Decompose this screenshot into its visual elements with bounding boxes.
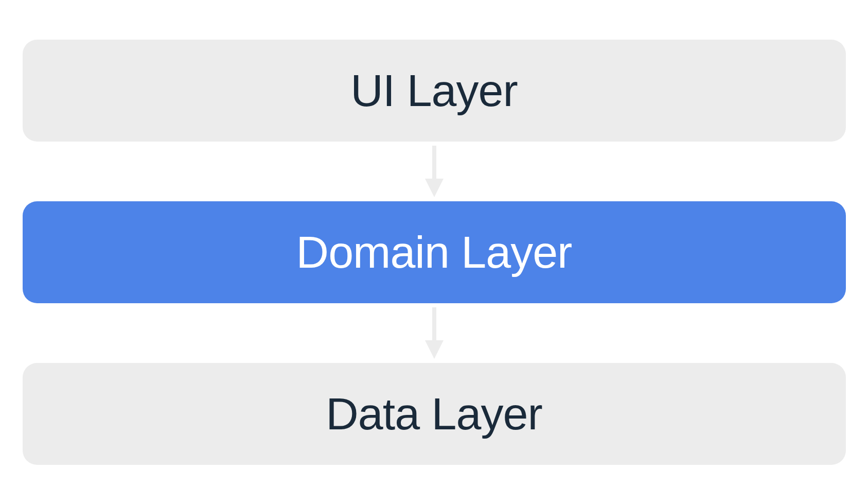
svg-marker-1 — [425, 179, 444, 197]
ui-layer-label: UI Layer — [350, 64, 518, 117]
architecture-diagram: UI Layer Domain Layer Data Layer — [23, 40, 846, 465]
data-layer-box: Data Layer — [23, 363, 846, 465]
domain-layer-label: Domain Layer — [296, 226, 572, 279]
svg-marker-3 — [425, 340, 444, 359]
domain-layer-box: Domain Layer — [23, 201, 846, 303]
ui-layer-box: UI Layer — [23, 40, 846, 142]
arrow-down-icon — [422, 142, 447, 201]
data-layer-label: Data Layer — [326, 388, 542, 440]
arrow-down-icon — [422, 303, 447, 363]
